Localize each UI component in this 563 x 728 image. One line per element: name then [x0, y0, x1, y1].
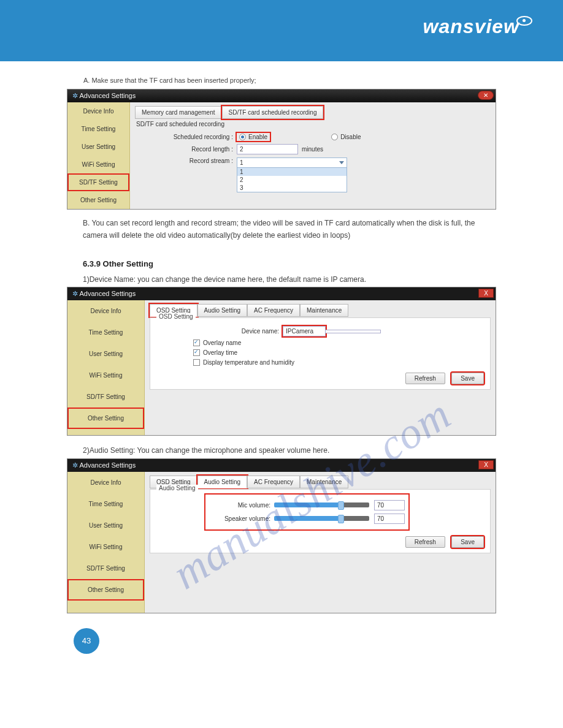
screenshot-audio-setting: ✲ Advanced Settings X Device Info Time S… — [67, 458, 496, 613]
gear-icon: ✲ — [72, 92, 78, 99]
close-icon[interactable]: ✕ — [478, 91, 494, 100]
sidebar-item-other-setting[interactable]: Other Setting — [67, 579, 144, 601]
label-overlay-name: Overlay name — [203, 339, 241, 346]
sidebar-item-user-setting[interactable]: User Setting — [67, 343, 144, 365]
sidebar-item-device-info[interactable]: Device Info — [67, 102, 129, 120]
tab-scheduled-recording[interactable]: SD/TF card scheduled recording — [222, 106, 324, 119]
radio-enable-label: Enable — [248, 134, 267, 140]
top-banner: wansview — [0, 0, 563, 61]
window-title-bar: ✲ Advanced Settings X — [67, 287, 496, 300]
main-panel: OSD Setting Audio Setting AC Frequency M… — [145, 300, 496, 435]
radio-disable-label: Disable — [340, 134, 361, 140]
tab-ac-frequency[interactable]: AC Frequency — [247, 304, 300, 317]
sidebar-item-time-setting[interactable]: Time Setting — [67, 493, 144, 515]
save-button[interactable]: Save — [451, 373, 484, 384]
input-speaker-volume[interactable]: 70 — [374, 514, 405, 524]
dropdown-stream[interactable]: 1 — [237, 157, 347, 168]
label-record-stream: Record stream : — [135, 157, 233, 164]
fieldset-legend: OSD Setting — [156, 313, 196, 320]
osd-fieldset: OSD Setting Device name: IPCamera Overla… — [150, 317, 491, 390]
sidebar-item-sdtf-setting[interactable]: SD/TF Setting — [67, 386, 144, 408]
checkbox-overlay-time[interactable] — [193, 349, 200, 356]
refresh-button[interactable]: Refresh — [405, 536, 445, 548]
sidebar-item-other-setting[interactable]: Other Setting — [67, 191, 129, 209]
tab-audio-setting[interactable]: Audio Setting — [197, 304, 248, 317]
tabs: Memory card management SD/TF card schedu… — [135, 105, 491, 118]
step-2: 2)Audio Setting: You can change the micr… — [83, 444, 480, 457]
window-title: Advanced Settings — [79, 290, 136, 297]
dropdown-option-1[interactable]: 1 — [237, 168, 347, 176]
slider-mic[interactable] — [274, 502, 369, 507]
label-record-length: Record length : — [135, 146, 233, 153]
dropdown-option-3[interactable]: 3 — [237, 184, 347, 192]
sidebar-item-device-info[interactable]: Device Info — [67, 300, 144, 322]
sidebar-item-wifi-setting[interactable]: WiFi Setting — [67, 536, 144, 558]
tabs: OSD Setting Audio Setting AC Frequency M… — [150, 475, 491, 488]
row-overlay-time: Overlay time — [193, 349, 484, 356]
close-icon[interactable]: X — [478, 460, 494, 469]
label-scheduled: Scheduled recording : — [135, 134, 233, 140]
tab-audio-setting[interactable]: Audio Setting — [197, 476, 248, 488]
radio-dot-icon — [239, 134, 246, 140]
tab-maintenance[interactable]: Maintenance — [300, 476, 348, 488]
row-scheduled-recording: Scheduled recording : Enable Disable — [135, 133, 491, 141]
label-device-name: Device name: — [156, 328, 279, 335]
screenshot-sdtf-recording: ✲ Advanced Settings ✕ Device Info Time S… — [67, 89, 496, 210]
slider-speaker[interactable] — [274, 516, 369, 521]
row-display-temp: Display temperature and humidity — [193, 359, 484, 366]
tabs: OSD Setting Audio Setting AC Frequency M… — [150, 303, 491, 316]
sidebar-item-wifi-setting[interactable]: WiFi Setting — [67, 156, 129, 173]
step-a: A. Make sure that the TF card has been i… — [83, 77, 526, 84]
settings-sidebar: Device Info Time Setting User Setting Wi… — [67, 472, 145, 613]
dropdown-list[interactable]: 1 2 3 — [237, 167, 347, 192]
sidebar-item-wifi-setting[interactable]: WiFi Setting — [67, 365, 144, 386]
button-row: Refresh Save — [156, 536, 484, 547]
tab-ac-frequency[interactable]: AC Frequency — [247, 476, 300, 488]
sidebar-item-other-setting[interactable]: Other Setting — [67, 408, 144, 429]
close-icon[interactable]: X — [478, 289, 494, 298]
radio-disable[interactable]: Disable — [331, 134, 361, 140]
dropdown-option-2[interactable]: 2 — [237, 176, 347, 184]
window-title-bar: ✲ Advanced Settings X — [67, 459, 496, 472]
save-button[interactable]: Save — [451, 536, 484, 548]
radio-dot-icon — [331, 134, 338, 140]
main-panel: OSD Setting Audio Setting AC Frequency M… — [145, 472, 496, 613]
label-minutes: minutes — [302, 146, 323, 153]
sidebar-item-time-setting[interactable]: Time Setting — [67, 120, 129, 138]
row-mic-volume: Mic volume: 70 — [209, 500, 405, 510]
settings-sidebar: Device Info Time Setting User Setting Wi… — [67, 102, 130, 209]
main-panel: Memory card management SD/TF card schedu… — [130, 102, 496, 209]
input-mic-volume[interactable]: 70 — [374, 500, 405, 510]
radio-enable[interactable]: Enable — [237, 133, 270, 141]
tab-maintenance[interactable]: Maintenance — [300, 304, 348, 317]
fieldset-legend: Audio Setting — [156, 485, 198, 491]
volume-controls-highlight: Mic volume: 70 Speaker volume: 70 — [205, 495, 408, 529]
stream-dropdown-group: 1 1 2 3 — [237, 157, 347, 192]
sidebar-item-sdtf-setting[interactable]: SD/TF Setting — [67, 173, 129, 191]
label-mic-volume: Mic volume: — [209, 502, 270, 509]
refresh-button[interactable]: Refresh — [405, 373, 445, 384]
checkbox-overlay-name[interactable] — [193, 339, 200, 346]
row-overlay-name: Overlay name — [193, 339, 484, 346]
settings-sidebar: Device Info Time Setting User Setting Wi… — [67, 300, 145, 435]
panel-subtitle: SD/TF card scheduled recording — [135, 119, 491, 130]
sidebar-item-device-info[interactable]: Device Info — [67, 472, 144, 493]
heading-other-setting: 6.3.9 Other Setting — [83, 259, 480, 268]
sidebar-item-user-setting[interactable]: User Setting — [67, 515, 144, 536]
screenshot-osd-setting: ✲ Advanced Settings X Device Info Time S… — [67, 287, 496, 436]
sidebar-item-sdtf-setting[interactable]: SD/TF Setting — [67, 558, 144, 579]
label-display-temp: Display temperature and humidity — [203, 359, 294, 366]
page-number: 43 — [74, 628, 99, 654]
checkbox-display-temp[interactable] — [193, 359, 200, 366]
input-device-name-ext[interactable] — [326, 330, 381, 333]
input-record-length[interactable]: 2 — [237, 144, 298, 154]
brand-text: wansview — [423, 15, 519, 37]
row-record-length: Record length : 2 minutes — [135, 144, 491, 154]
brand-logo: wansview — [423, 15, 532, 38]
sidebar-item-time-setting[interactable]: Time Setting — [67, 322, 144, 343]
sidebar-item-user-setting[interactable]: User Setting — [67, 138, 129, 156]
window-title: Advanced Settings — [79, 461, 136, 469]
window-title-bar: ✲ Advanced Settings ✕ — [67, 89, 496, 102]
tab-memory-card[interactable]: Memory card management — [135, 106, 222, 119]
input-device-name-hl[interactable]: IPCamera — [283, 326, 326, 336]
